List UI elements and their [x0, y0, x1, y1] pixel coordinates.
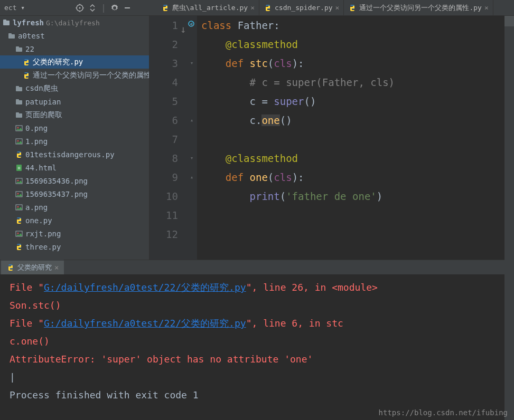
- line-number: 2: [149, 35, 182, 54]
- svg-rect-9: [8, 34, 15, 39]
- tree-item-label: patupian: [25, 98, 61, 106]
- close-icon[interactable]: ×: [484, 4, 489, 12]
- exit-message: Process finished with exit code 1: [10, 386, 504, 404]
- img-icon: [15, 230, 23, 238]
- tree-item[interactable]: three.py: [0, 240, 149, 253]
- top-toolbar: ect ▾ | 爬虫\all_article.py×csdn_spider.py…: [0, 0, 514, 16]
- tree-item-label: 页面的爬取: [25, 110, 62, 120]
- watermark: https://blog.csdn.net/ifubing: [379, 408, 508, 417]
- editor-tab[interactable]: csdn_spider.py×: [259, 0, 344, 16]
- tree-item-label: three.py: [25, 243, 61, 251]
- py-icon: [15, 243, 23, 251]
- svg-rect-7: [3, 21, 10, 25]
- tree-item[interactable]: 通过一个父类访问另一个父类的属性.p: [0, 69, 149, 82]
- tree-item[interactable]: a.png: [0, 201, 149, 214]
- cursor: |: [10, 368, 504, 386]
- tree-item[interactable]: patupian: [0, 95, 149, 108]
- line-number: 3: [149, 54, 182, 73]
- tree-item-label: 通过一个父类访问另一个父类的属性.p: [33, 71, 149, 80]
- close-icon[interactable]: ×: [335, 4, 340, 12]
- svg-rect-16: [16, 99, 19, 101]
- svg-rect-18: [16, 112, 19, 114]
- tab-label: csdn_spider.py: [275, 4, 333, 12]
- line-number: 8: [149, 149, 182, 168]
- tree-item[interactable]: 父类的研究.py: [0, 55, 149, 69]
- tree-item[interactable]: rxjt.png: [0, 227, 149, 240]
- img-icon: [15, 124, 23, 132]
- traceback-link[interactable]: G:/dailyfresh/a0test/22/父类的研究.py: [44, 282, 246, 293]
- run-panel: 父类的研究 × File "G:/dailyfresh/a0test/22/父类…: [0, 260, 514, 420]
- img-icon: [15, 190, 23, 198]
- img-icon: [15, 177, 23, 185]
- tree-item-label: 22: [25, 45, 34, 53]
- line-number: 12: [149, 225, 182, 244]
- tree-item-label: rxjt.png: [25, 230, 61, 238]
- py-icon: [22, 71, 31, 80]
- svg-point-20: [17, 127, 19, 128]
- project-icon: [2, 18, 11, 27]
- editor-tab[interactable]: 通过一个父类访问另一个父类的属性.py×: [344, 0, 493, 16]
- python-icon: [6, 263, 15, 272]
- tree-item-label: one.py: [25, 216, 52, 225]
- img-icon: [15, 137, 23, 146]
- collapse-icon[interactable]: [88, 4, 97, 12]
- svg-rect-13: [16, 87, 22, 91]
- tree-item[interactable]: a0test: [0, 29, 149, 42]
- tree-item[interactable]: 1569635436.png: [0, 174, 149, 187]
- tree-item[interactable]: 1.png: [0, 135, 149, 148]
- folder-icon: [15, 111, 23, 119]
- run-tab[interactable]: 父类的研究 ×: [1, 260, 64, 274]
- line-number: 5: [149, 92, 182, 111]
- line-number: 11: [149, 206, 182, 225]
- tree-item[interactable]: H44.html: [0, 161, 149, 174]
- tree-item[interactable]: one.py: [0, 214, 149, 227]
- py-icon: [22, 58, 31, 66]
- svg-rect-17: [16, 113, 22, 118]
- svg-point-22: [17, 140, 19, 141]
- img-icon: [15, 203, 23, 212]
- console-output[interactable]: File "G:/dailyfresh/a0test/22/父类的研究.py",…: [0, 274, 514, 408]
- settings-icon[interactable]: [110, 4, 119, 12]
- tree-item-label: 01testisdangerous.py: [25, 150, 115, 159]
- html-icon: H: [15, 164, 23, 172]
- python-icon: [348, 4, 357, 12]
- svg-rect-14: [16, 86, 19, 88]
- close-icon[interactable]: ×: [250, 4, 255, 12]
- code-area[interactable]: class Father: @classmethod def stc(cls):…: [197, 16, 395, 260]
- editor-tab[interactable]: 爬虫\all_article.py×: [157, 0, 259, 16]
- folder-icon: [15, 84, 23, 93]
- folder-icon: [15, 45, 23, 53]
- py-icon: [15, 216, 23, 225]
- tree-item-label: a0test: [18, 32, 45, 40]
- root-name: lyfresh: [13, 18, 44, 27]
- tree-item[interactable]: 22: [0, 42, 149, 55]
- tree-item[interactable]: csdn爬虫: [0, 82, 149, 95]
- folder-icon: [15, 98, 23, 106]
- line-number: 10: [149, 187, 182, 206]
- traceback-link[interactable]: G:/dailyfresh/a0test/22/父类的研究.py: [44, 318, 246, 329]
- tree-item[interactable]: 1569635437.png: [0, 187, 149, 201]
- tree-root[interactable]: lyfreshG:\dailyfresh: [0, 16, 149, 29]
- line-number: 7: [149, 130, 182, 149]
- project-dropdown[interactable]: ect ▾: [4, 4, 25, 12]
- tab-label: 通过一个父类访问另一个父类的属性.py: [359, 3, 481, 13]
- target-icon[interactable]: [76, 4, 84, 12]
- tree-item[interactable]: 页面的爬取: [0, 108, 149, 121]
- svg-point-26: [17, 179, 19, 181]
- root-path: G:\dailyfresh: [46, 19, 100, 27]
- close-icon[interactable]: ×: [54, 263, 59, 272]
- tree-item-label: 0.png: [25, 124, 48, 132]
- svg-point-32: [17, 232, 19, 234]
- svg-rect-11: [16, 47, 22, 52]
- right-gutter: [504, 16, 514, 420]
- tree-item-label: 1569635437.png: [25, 190, 88, 198]
- line-number: 6: [149, 111, 182, 130]
- code-editor[interactable]: 123456789101112 ↓ ▾ ▾ ▴ ▾ ▴ class Father…: [149, 16, 514, 260]
- tree-item[interactable]: 01testisdangerous.py: [0, 148, 149, 161]
- svg-point-30: [17, 206, 19, 207]
- tree-item[interactable]: 0.png: [0, 121, 149, 135]
- svg-point-28: [17, 193, 19, 194]
- minimize-icon[interactable]: [123, 4, 132, 12]
- tree-item-label: 44.html: [25, 164, 57, 172]
- run-tab-label: 父类的研究: [17, 263, 52, 272]
